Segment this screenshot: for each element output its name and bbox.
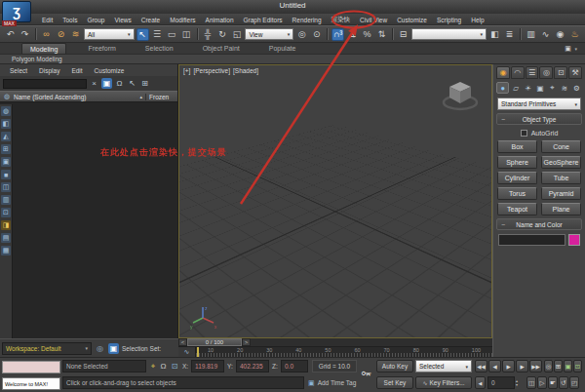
selection-lock-icon[interactable]: Ω: [159, 360, 168, 372]
tab-populate[interactable]: Populate: [261, 43, 304, 54]
menu-scripting[interactable]: Scripting: [432, 17, 466, 23]
menu-help[interactable]: Help: [466, 17, 488, 23]
previous-frame-button[interactable]: ◀: [488, 360, 501, 372]
key-mode-toggle-icon[interactable]: ◫: [526, 376, 536, 389]
menu-rendering[interactable]: Rendering: [288, 17, 327, 23]
visibility-column-icon[interactable]: ◍: [0, 93, 14, 100]
explorer-tool-cameras-icon[interactable]: ▣: [1, 157, 11, 167]
percent-snap-icon[interactable]: %: [361, 28, 373, 41]
utilities-tab-icon[interactable]: ⚒: [568, 66, 582, 79]
collapse-rollout-icon[interactable]: −: [501, 116, 505, 123]
display-mode-icon[interactable]: ▣: [101, 78, 112, 89]
select-children-icon[interactable]: ⊞: [139, 78, 150, 89]
lock-icon[interactable]: Ω: [114, 78, 125, 89]
explorer-tool-helpers-icon[interactable]: ■: [1, 170, 11, 179]
hierarchy-tab-icon[interactable]: ☰: [526, 66, 539, 79]
previous-key-button[interactable]: ◀: [475, 376, 486, 389]
render-setup-icon[interactable]: ♨: [568, 28, 581, 41]
spinner-snap-icon[interactable]: ⇅: [375, 28, 388, 41]
current-frame-field[interactable]: 0: [488, 376, 515, 389]
autogrid-checkbox[interactable]: [521, 130, 527, 137]
maximize-viewport-toggle-icon[interactable]: ◰: [569, 376, 579, 389]
x-coordinate-field[interactable]: 119.819: [191, 360, 224, 372]
next-frame-button[interactable]: ▶: [516, 360, 528, 372]
select-and-link-icon[interactable]: ∞: [40, 28, 53, 41]
key-filter-scope-dropdown[interactable]: Selected ▾: [415, 360, 472, 372]
systems-category-icon[interactable]: ⚙: [571, 82, 582, 94]
menu-graph-editors[interactable]: Graph Editors: [239, 17, 288, 23]
geosphere-button[interactable]: GeoSphere: [541, 156, 581, 169]
pan-hand-icon[interactable]: ☛: [548, 376, 558, 389]
select-and-rotate-icon[interactable]: ↻: [215, 28, 228, 41]
explorer-menu-edit[interactable]: Edit: [65, 67, 88, 74]
cone-button[interactable]: Cone: [541, 140, 581, 153]
selection-lock-grid-icon[interactable]: ▣: [108, 343, 119, 354]
tab-object-paint[interactable]: Object Paint: [195, 43, 248, 54]
viewcube[interactable]: [439, 73, 482, 116]
object-name-field[interactable]: [498, 234, 566, 246]
set-key-button[interactable]: Set Key: [376, 376, 413, 389]
menu-group[interactable]: Group: [82, 17, 109, 23]
zoom-tool-icon[interactable]: ◎: [544, 360, 553, 372]
snaps-toggle-icon[interactable]: ∩³: [332, 28, 344, 41]
y-coordinate-field[interactable]: 402.235: [236, 360, 269, 372]
geometry-category-icon[interactable]: ●: [496, 82, 509, 94]
lights-category-icon[interactable]: ☀: [523, 82, 533, 94]
explorer-menu-select[interactable]: Select: [4, 67, 33, 74]
menu-customize[interactable]: Customize: [392, 17, 432, 23]
explorer-tool-lights-icon[interactable]: ⊞: [1, 144, 11, 154]
bind-to-space-warp-icon[interactable]: ≋: [69, 28, 82, 41]
pick-cursor-icon[interactable]: ↖: [127, 78, 137, 89]
use-pivot-center-icon[interactable]: ◎: [295, 28, 308, 41]
clear-search-icon[interactable]: ×: [89, 78, 99, 89]
explorer-tool-containers-icon[interactable]: ▤: [1, 233, 11, 243]
menu-civil-view[interactable]: Civil View: [355, 17, 392, 23]
explorer-tool-groups-icon[interactable]: ▥: [1, 195, 11, 205]
next-frame-arrow[interactable]: >: [242, 338, 251, 346]
tab-freeform[interactable]: Freeform: [80, 43, 123, 54]
teapot-button[interactable]: Teapot: [497, 203, 537, 216]
explorer-item-list[interactable]: ◍ ◧ ◭ ⊞ ▣ ■ ◫ ▥ ⊡ ◨ ▤ ▦: [0, 102, 177, 338]
key-filters-button[interactable]: ∿ Key Filters...: [415, 376, 472, 389]
select-and-manipulate-icon[interactable]: ⊙: [310, 28, 323, 41]
go-to-start-button[interactable]: ◀◀: [475, 360, 488, 372]
explorer-tool-geometry-icon[interactable]: ◧: [1, 119, 11, 129]
geometry-category-dropdown[interactable]: Standard Primitives ▾: [497, 98, 581, 110]
viewport-menu-shading[interactable]: [Shaded]: [233, 67, 258, 74]
helpers-category-icon[interactable]: ⌖: [547, 82, 558, 94]
undo-button[interactable]: ↶: [4, 28, 17, 41]
explorer-search-input[interactable]: [3, 79, 87, 89]
explorer-tool-shapes-icon[interactable]: ◭: [1, 132, 11, 141]
ribbon-config-icon[interactable]: ▣: [563, 44, 572, 54]
tab-selection[interactable]: Selection: [137, 43, 181, 54]
name-column-header[interactable]: Name (Sorted Ascending): [14, 94, 139, 100]
menu-animation[interactable]: Animation: [201, 17, 239, 23]
named-selection-sets-icon[interactable]: ⊟: [397, 28, 410, 41]
menu-render-plugin[interactable]: 渲染快: [327, 16, 356, 24]
redo-button[interactable]: ↷: [19, 28, 31, 41]
workspace-dropdown[interactable]: Workspace: Default ▾: [2, 342, 92, 355]
select-object-button[interactable]: ↖: [136, 28, 149, 41]
select-and-move-icon[interactable]: ╬: [201, 28, 214, 41]
polygon-modeling-panel-label[interactable]: Polygon Modeling: [12, 56, 62, 62]
orbit-icon[interactable]: ↺: [559, 376, 568, 389]
name-and-color-rollout[interactable]: − Name and Color: [496, 218, 582, 230]
go-to-end-button[interactable]: ▶▶: [529, 360, 542, 372]
viewport-menu-pov[interactable]: [Perspective]: [193, 67, 230, 74]
object-color-swatch[interactable]: [568, 234, 580, 246]
cameras-category-icon[interactable]: ▣: [534, 82, 545, 94]
explorer-tool-sort-icon[interactable]: ◍: [1, 106, 11, 116]
tube-button[interactable]: Tube: [541, 172, 581, 184]
angle-snap-icon[interactable]: ∡: [346, 28, 359, 41]
application-menu-button[interactable]: Ʒ: [2, 1, 31, 22]
curve-editor-icon[interactable]: ∿: [539, 28, 552, 41]
z-coordinate-field[interactable]: 0.0: [281, 360, 308, 372]
track-bar-ruler[interactable]: 10 20 30 40 50 60 70 80 90 100: [196, 347, 492, 357]
display-tab-icon[interactable]: ⊡: [554, 66, 567, 79]
perspective-viewport[interactable]: [+] [Perspective] [Shaded] x y z: [178, 64, 492, 338]
isolate-pin-icon[interactable]: ⌖: [148, 360, 158, 372]
menu-views[interactable]: Views: [109, 17, 136, 23]
sphere-button[interactable]: Sphere: [497, 156, 537, 169]
shapes-category-icon[interactable]: ▱: [510, 82, 521, 94]
box-button[interactable]: Box: [497, 140, 537, 153]
